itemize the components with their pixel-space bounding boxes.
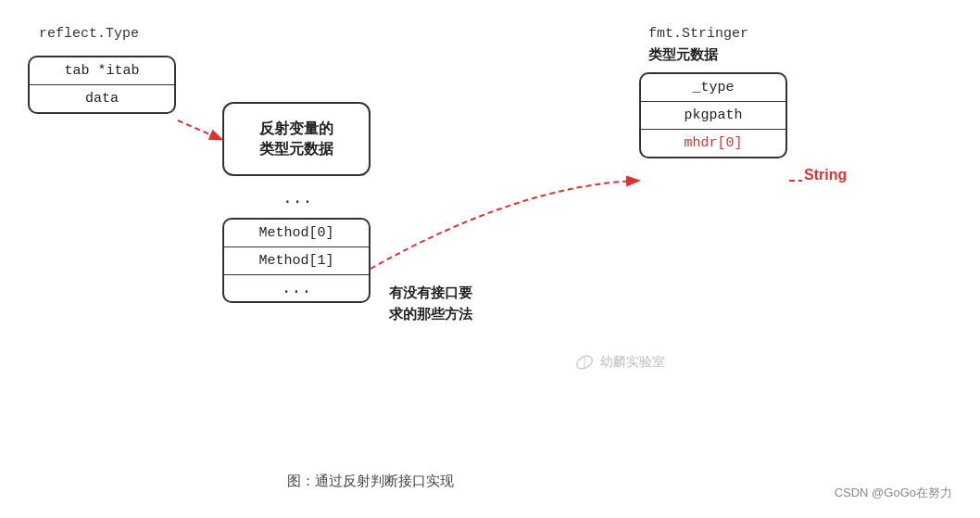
method-question-label: 有没有接口要 求的那些方法 xyxy=(389,283,472,324)
pkgpath-cell: pkgpath xyxy=(641,102,785,130)
middle-type-box: 反射变量的 类型元数据 xyxy=(222,102,371,176)
string-label: String xyxy=(804,167,847,183)
watermark-text: 幼麟实验室 xyxy=(600,354,665,371)
csdn-label: CSDN @GoGo在努力 xyxy=(835,485,952,501)
method0-cell: Method[0] xyxy=(224,220,369,247)
data-cell: data xyxy=(30,85,174,112)
middle-box-text: 反射变量的 类型元数据 xyxy=(259,119,333,160)
fmt-stringer-box: _type pkgpath mhdr[0] xyxy=(639,72,787,158)
svg-line-0 xyxy=(178,120,220,139)
method1-cell: Method[1] xyxy=(224,247,369,275)
watermark: 幼麟实验室 xyxy=(574,352,665,373)
type-cell: _type xyxy=(641,74,785,102)
mhdr-cell: mhdr[0] xyxy=(641,130,785,157)
watermark-icon xyxy=(574,352,595,373)
fmt-stringer-label: fmt.Stringer xyxy=(648,26,748,42)
method-box: Method[0] Method[1] ... xyxy=(222,218,371,303)
method-dots-cell: ... xyxy=(224,275,369,301)
type-metadata-label: 类型元数据 xyxy=(648,46,718,64)
dots-middle: ... xyxy=(283,185,312,211)
diagram-container: reflect.Type tab *itab data 反射变量的 类型元数据 … xyxy=(0,0,980,518)
reflect-type-label: reflect.Type xyxy=(39,26,139,42)
tab-itab-cell: tab *itab xyxy=(30,57,174,85)
reflect-type-box: tab *itab data xyxy=(28,56,176,114)
caption: 图：通过反射判断接口实现 xyxy=(185,473,556,490)
